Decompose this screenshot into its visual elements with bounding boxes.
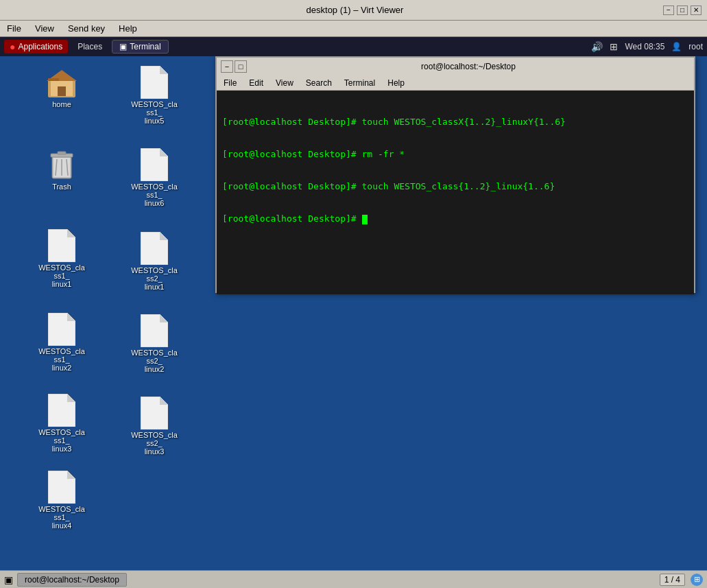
- workspace-icon: ⊞: [694, 575, 700, 584]
- desktop-icon-c1l6[interactable]: WESTOS_class1_linux6: [127, 145, 182, 210]
- terminal-window-controls: − □: [221, 60, 247, 73]
- taskbar-terminal-item[interactable]: root@localhost:~/Desktop: [17, 573, 127, 587]
- menu-file[interactable]: File: [3, 22, 25, 35]
- window-title: desktop (1) – Virt Viewer: [47, 5, 663, 15]
- file-icon-c1l2: [45, 313, 78, 346]
- volume-icon: 🔊: [591, 41, 603, 52]
- desktop: home Trash WESTOS_class1_: [0, 56, 707, 570]
- terminal-window-title: root@localhost:~/Desktop: [247, 62, 690, 71]
- file-icon-c1l5: [138, 66, 171, 99]
- file-label-c1l3: WESTOS_class1_linux3: [37, 428, 86, 453]
- menu-sendkey[interactable]: Send key: [64, 22, 109, 35]
- terminal-menu-search[interactable]: Search: [302, 78, 336, 89]
- desktop-icon-c1l2[interactable]: WESTOS_class1_linux2: [34, 310, 89, 375]
- terminal-icon: ▣: [119, 42, 127, 51]
- svg-marker-23: [160, 148, 168, 156]
- maximize-button[interactable]: □: [677, 5, 688, 15]
- home-folder-icon: [45, 66, 78, 99]
- panel-right: 🔊 ⊞ Wed 08:35 👤 root: [591, 41, 703, 52]
- file-icon-c1l6: [138, 148, 171, 181]
- terminal-menu-view[interactable]: View: [272, 78, 298, 89]
- desktop-icon-c1l3[interactable]: WESTOS_class1_linux3: [34, 391, 89, 456]
- file-label-c1l6: WESTOS_class1_linux6: [130, 183, 179, 207]
- file-label-c1l5: WESTOS_class1_linux5: [130, 100, 179, 125]
- terminal-window: − □ root@localhost:~/Desktop File Edit V…: [215, 56, 695, 293]
- desktop-icon-trash[interactable]: Trash: [34, 145, 89, 193]
- terminal-taskbar-icon: ▣: [4, 574, 13, 585]
- svg-rect-3: [58, 86, 66, 96]
- file-label-c2l2: WESTOS_class2_linux2: [130, 349, 179, 373]
- terminal-line-1: [root@localhost Desktop]# touch WESTOS_c…: [222, 117, 688, 127]
- display-icon: ⊞: [610, 41, 618, 52]
- desktop-icon-c2l3[interactable]: WESTOS_class2_linux3: [127, 394, 182, 458]
- bottom-taskbar: ▣ root@localhost:~/Desktop 1 / 4 ⊞: [0, 570, 707, 588]
- minimize-button[interactable]: −: [663, 5, 674, 15]
- terminal-menu-help[interactable]: Help: [383, 78, 409, 89]
- file-label-c1l4: WESTOS_class1_linux4: [37, 505, 86, 530]
- terminal-panel-button[interactable]: ▣ Terminal: [112, 40, 168, 54]
- terminal-line-4: [root@localhost Desktop]#: [222, 213, 688, 224]
- file-label-c1l2: WESTOS_class1_linux2: [37, 347, 86, 372]
- terminal-maximize-button[interactable]: □: [235, 60, 247, 73]
- terminal-line-3: [root@localhost Desktop]# touch WESTOS_c…: [222, 181, 688, 191]
- fedora-icon: ●: [10, 41, 15, 52]
- title-bar: desktop (1) – Virt Viewer − □ ✕: [0, 0, 707, 21]
- desktop-icon-c2l2[interactable]: WESTOS_class2_linux2: [127, 311, 182, 376]
- places-button[interactable]: Places: [72, 40, 108, 53]
- user-icon: 👤: [671, 42, 682, 51]
- trash-icon-label: Trash: [52, 183, 71, 191]
- svg-marker-21: [160, 66, 168, 74]
- file-label-c1l1: WESTOS_class1_linux1: [37, 263, 86, 288]
- terminal-menu-edit[interactable]: Edit: [245, 78, 267, 89]
- clock: Wed 08:35: [625, 42, 664, 51]
- terminal-menu-bar: File Edit View Search Terminal Help: [217, 75, 694, 91]
- desktop-icon-c1l4[interactable]: WESTOS_class1_linux4: [34, 468, 89, 532]
- desktop-icon-home[interactable]: home: [34, 63, 89, 111]
- terminal-menu-terminal[interactable]: Terminal: [340, 78, 379, 89]
- username: root: [688, 42, 703, 51]
- file-label-c2l3: WESTOS_class2_linux3: [130, 431, 179, 456]
- file-label-c2l1: WESTOS_class2_linux1: [130, 266, 179, 291]
- terminal-content[interactable]: [root@localhost Desktop]# touch WESTOS_c…: [217, 91, 694, 294]
- svg-rect-11: [58, 152, 66, 154]
- taskbar-right: 1 / 4 ⊞: [660, 574, 703, 586]
- svg-rect-4: [48, 78, 59, 81]
- file-icon-c1l3: [45, 394, 78, 427]
- close-button[interactable]: ✕: [691, 5, 702, 15]
- menu-help[interactable]: Help: [115, 22, 141, 35]
- terminal-minimize-button[interactable]: −: [221, 60, 233, 73]
- desktop-icon-c1l1[interactable]: WESTOS_class1_linux1: [34, 226, 89, 291]
- trash-icon: [45, 148, 78, 181]
- menu-view[interactable]: View: [31, 22, 58, 35]
- terminal-cursor: [362, 215, 368, 224]
- file-icon-c2l2: [138, 314, 171, 347]
- file-icon-c1l4: [45, 471, 78, 504]
- applications-button[interactable]: ● Applications: [4, 40, 68, 54]
- workspace-indicator: 1 / 4: [660, 574, 685, 586]
- top-panel: ● Applications Places ▣ Terminal 🔊 ⊞ Wed…: [0, 37, 707, 56]
- file-icon-c2l3: [138, 397, 171, 430]
- home-icon-label: home: [52, 100, 71, 108]
- terminal-menu-file[interactable]: File: [219, 78, 241, 89]
- file-icon-c1l1: [45, 229, 78, 262]
- terminal-title-bar: − □ root@localhost:~/Desktop: [217, 58, 694, 75]
- workspace-button[interactable]: ⊞: [691, 574, 703, 586]
- desktop-icon-c1l5[interactable]: WESTOS_class1_linux5: [127, 63, 182, 128]
- window-menu-bar: File View Send key Help: [0, 21, 707, 37]
- desktop-icon-c2l1[interactable]: WESTOS_class2_linux1: [127, 229, 182, 294]
- file-icon-c2l1: [138, 232, 171, 265]
- window-controls: − □ ✕: [663, 5, 702, 15]
- terminal-line-2: [root@localhost Desktop]# rm -fr *: [222, 149, 688, 159]
